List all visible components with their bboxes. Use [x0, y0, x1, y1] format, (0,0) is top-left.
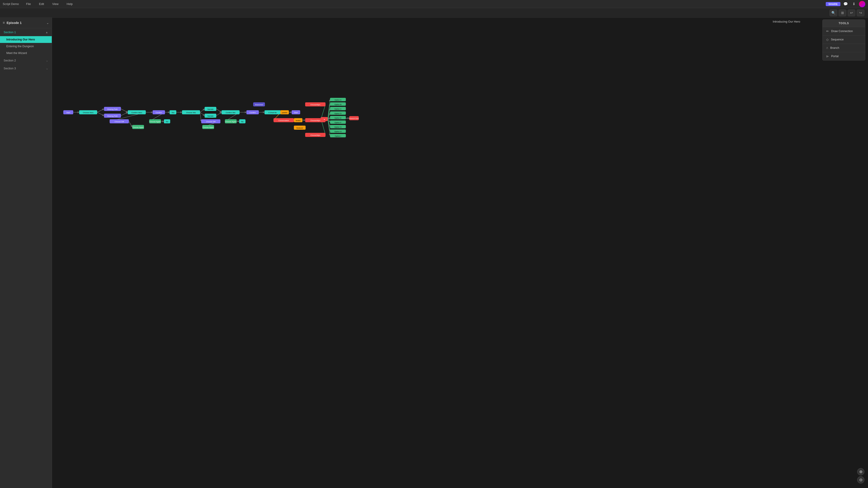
menu-file[interactable]: File	[25, 2, 32, 6]
svg-text:It Shall Be: It Shall Be	[269, 111, 277, 113]
section-2-header[interactable]: Section 2 ⌄	[0, 57, 52, 64]
svg-text:●: ●	[324, 119, 325, 121]
download-button[interactable]: ⬇	[851, 1, 857, 7]
svg-text:Choose Again: Choose Again	[225, 121, 237, 123]
topbar: Script Demo File Edit View Help SHARE 💬 …	[0, 0, 868, 8]
svg-line-30	[200, 109, 205, 112]
svg-text:palette: palette	[282, 111, 287, 113]
zoom-controls: ⊕ ⊖	[857, 468, 864, 484]
sequence-button[interactable]: ◇ Sequence	[823, 35, 865, 44]
section-1-scenes: Introducing Our Hero Entering the Dungeo…	[0, 36, 52, 57]
svg-text:Narrate: Narrate	[208, 108, 214, 110]
section-2-chevron: ⌄	[46, 59, 48, 62]
svg-text:Start: Start	[294, 111, 298, 113]
svg-line-37	[97, 109, 104, 112]
svg-text:Narrate: Narrate	[208, 115, 214, 117]
redo-button[interactable]: ↪	[857, 9, 864, 16]
svg-text:Confirm Wiz: Confirm Wiz	[225, 111, 236, 113]
svg-text:Start: Start	[66, 111, 70, 113]
svg-text:ChooseWpn: ChooseWpn	[310, 104, 320, 106]
svg-text:No: No	[241, 121, 244, 123]
share-button[interactable]: SHARE	[826, 2, 840, 6]
main-layout: ≡ Episode 1 ⌄ Section 1 ▲ Introducing Ou…	[0, 18, 868, 488]
svg-text:Option A: Option A	[335, 99, 342, 101]
svg-text:Branch End: Branch End	[349, 118, 359, 120]
svg-text:Choose Diff: Choose Diff	[206, 121, 216, 123]
grid-button[interactable]: ⊞	[839, 9, 846, 16]
svg-text:ChooseWpn: ChooseWpn	[310, 120, 320, 122]
svg-line-12	[321, 104, 326, 119]
sidebar: ≡ Episode 1 ⌄ Section 1 ▲ Introducing Ou…	[0, 18, 52, 488]
svg-text:Option G: Option G	[334, 126, 342, 128]
portal-icon: ⊳	[826, 55, 829, 58]
svg-text:Choose Hero: Choose Hero	[83, 111, 94, 113]
svg-text:Option F: Option F	[335, 122, 342, 124]
app-title: Script Demo	[3, 2, 19, 6]
svg-text:Choose Wiz: Choose Wiz	[186, 111, 196, 113]
zoom-out-button[interactable]: ⊖	[857, 476, 864, 484]
svg-text:avatar: avatar	[296, 120, 301, 122]
svg-text:Option C: Option C	[334, 108, 342, 110]
scene-meet-wizard[interactable]: Meet the Wizard	[0, 50, 52, 57]
hamburger-icon: ≡	[3, 21, 5, 25]
canvas-area[interactable]: Introducing Our Hero StartChoose HeroSha…	[52, 18, 868, 488]
svg-text:Conversation: Conversation	[278, 120, 289, 122]
search-button[interactable]: 🔍	[830, 9, 837, 16]
draw-connection-label: Draw Connection	[831, 30, 853, 33]
svg-line-34	[121, 112, 128, 116]
branch-label: Branch	[830, 46, 839, 50]
section-1-header[interactable]: Section 1 ▲	[0, 28, 52, 36]
branch-icon: ⑃	[826, 46, 828, 50]
svg-text:Option B: Option B	[334, 103, 341, 105]
section-1-label: Section 1	[4, 31, 45, 34]
menu-help[interactable]: Help	[66, 2, 74, 6]
episode-header[interactable]: ≡ Episode 1 ⌄	[0, 18, 52, 28]
section-3-header[interactable]: Section 3 ⌄	[0, 64, 52, 72]
portal-button[interactable]: ⊳ Portal	[823, 52, 865, 60]
section-1-chevron: ▲	[45, 31, 48, 34]
node-graph: StartChoose HeroSharing PathSharing Path…	[52, 18, 868, 488]
tools-title: TOOLS	[823, 20, 865, 27]
undo-button[interactable]: ↩	[848, 9, 855, 16]
toolbar-row: 🔍 ⊞ ↩ ↪	[0, 8, 868, 18]
svg-text:No: No	[166, 121, 168, 123]
svg-line-29	[200, 112, 205, 116]
svg-text:Option H: Option H	[334, 131, 342, 133]
sequence-icon: ◇	[826, 38, 829, 41]
svg-text:Choose Diff: Choose Diff	[115, 121, 124, 123]
sequence-label: Sequence	[831, 38, 844, 41]
svg-line-20	[200, 112, 201, 121]
menu-edit[interactable]: Edit	[38, 2, 45, 6]
svg-line-36	[97, 112, 104, 116]
section-2-label: Section 2	[4, 59, 46, 62]
section-3-label: Section 3	[4, 67, 46, 70]
svg-text:Yes: Yes	[171, 111, 174, 113]
svg-text:Choose Again: Choose Again	[149, 121, 161, 123]
scene-entering-dungeon[interactable]: Entering the Dungeon	[0, 43, 52, 50]
scene-introducing-hero[interactable]: Introducing Our Hero	[0, 36, 52, 43]
svg-text:Option E: Option E	[334, 117, 341, 119]
svg-text:Choose Again: Choose Again	[203, 126, 214, 128]
svg-text:Sharing Path: Sharing Path	[107, 115, 118, 117]
draw-connection-button[interactable]: ✏ Draw Connection	[823, 27, 865, 35]
episode-title: Episode 1	[6, 21, 44, 25]
draw-connection-icon: ✏	[826, 29, 829, 33]
section-3-chevron: ⌄	[46, 67, 48, 70]
svg-text:Choose Again: Choose Again	[132, 126, 144, 128]
menu-view[interactable]: View	[51, 2, 59, 6]
episode-chevron-icon: ⌄	[46, 21, 49, 25]
svg-text:Option I: Option I	[335, 135, 341, 137]
svg-line-23	[129, 121, 132, 127]
svg-text:Branched: Branched	[255, 104, 263, 106]
svg-text:Sharing Path: Sharing Path	[107, 108, 118, 110]
svg-text:ChooseWpn: ChooseWpn	[310, 134, 320, 136]
svg-text:Confirm Hero: Confirm Hero	[131, 111, 142, 113]
topbar-right: SHARE 💬 ⬇	[826, 1, 865, 7]
svg-line-35	[121, 109, 128, 112]
zoom-in-button[interactable]: ⊕	[857, 468, 864, 475]
avatar[interactable]	[859, 1, 865, 7]
comment-button[interactable]: 💬	[843, 1, 848, 7]
svg-text:Confirm: Confirm	[156, 111, 162, 113]
svg-text:Seducer: Seducer	[296, 127, 303, 129]
branch-button[interactable]: ⑃ Branch	[823, 44, 865, 52]
